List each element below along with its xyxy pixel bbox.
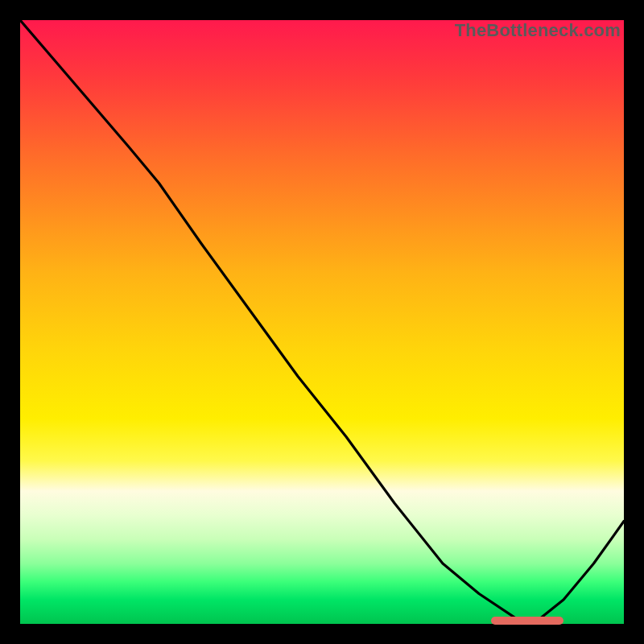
chart-frame: TheBottleneck.com xyxy=(0,0,644,644)
minimum-marker xyxy=(491,617,564,625)
bottleneck-curve xyxy=(20,20,624,624)
curve-svg xyxy=(20,20,624,624)
watermark-text: TheBottleneck.com xyxy=(455,20,621,41)
plot-area: TheBottleneck.com xyxy=(20,20,624,624)
